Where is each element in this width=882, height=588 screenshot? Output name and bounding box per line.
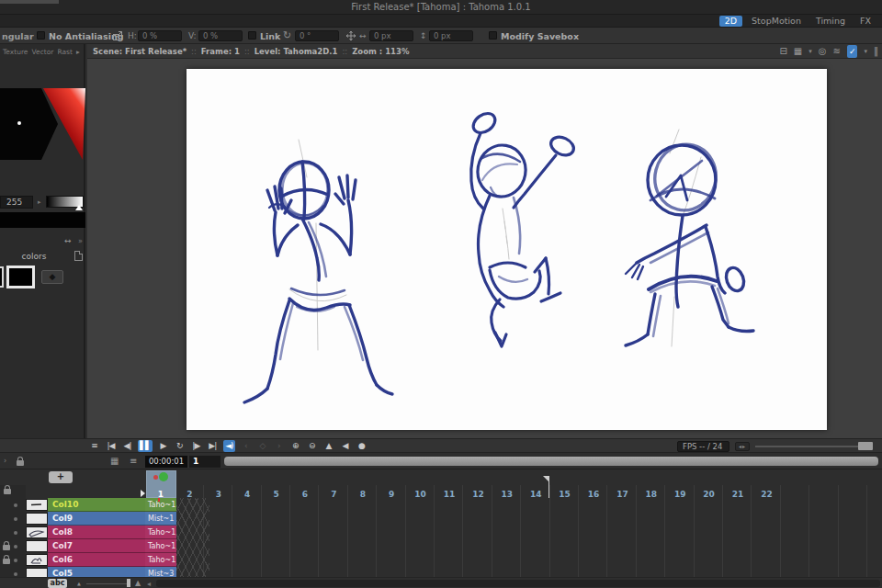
cell-frame1-col10[interactable]: Taho~1 <box>145 498 176 512</box>
layer-config-dot[interactable] <box>14 531 17 535</box>
panel-tab-texture[interactable]: Texture <box>3 48 28 56</box>
modify-savebox-checkbox[interactable] <box>489 31 497 40</box>
playhead-marker-icon[interactable] <box>141 490 145 497</box>
move-ns-field[interactable]: 0 px <box>429 30 473 41</box>
zoom-in-button[interactable]: ⊕ <box>289 440 301 452</box>
set-key-button[interactable]: ◇ <box>256 440 268 452</box>
layer-thumbnail[interactable] <box>26 499 48 511</box>
viewer-title-bar[interactable]: Scene: First Release*::Frame: 1::Level: … <box>87 44 882 59</box>
pause-button[interactable]: ▌▌ <box>138 440 153 452</box>
fps-field[interactable]: FPS -- / 24 <box>677 441 729 452</box>
cell-frame1-col9[interactable]: Mist~1 <box>145 512 176 526</box>
timeline-zoom-track[interactable] <box>86 583 130 584</box>
room-tab-timing[interactable]: Timing <box>810 16 851 27</box>
scroll-left-arrow-icon[interactable]: ◂ <box>147 580 151 588</box>
layer-thumbnail[interactable] <box>26 540 48 552</box>
view-mode-icon[interactable]: ▦ <box>794 45 802 58</box>
menu-icon[interactable]: ≡ <box>130 456 137 466</box>
no-antialiasing-checkbox[interactable] <box>37 31 45 40</box>
layer-row-col6[interactable]: Col6Taho~1 <box>0 553 882 567</box>
layer-name-col7[interactable]: Col7 <box>48 539 145 553</box>
fps-slider-handle[interactable] <box>858 442 873 450</box>
layer-thumbnail[interactable] <box>26 513 48 525</box>
lock-column-icon[interactable] <box>4 489 11 494</box>
rotation-field[interactable]: 0 ° <box>295 30 339 41</box>
first-frame-button[interactable]: |◀ <box>105 440 117 452</box>
chevron-down-icon[interactable]: ▾ <box>864 48 867 55</box>
move-ew-field[interactable]: 0 px <box>369 30 413 41</box>
link-checkbox[interactable] <box>248 31 256 40</box>
expand-arrow-icon[interactable]: › <box>4 457 6 465</box>
layer-thumbnail[interactable] <box>26 554 48 566</box>
room-tab-2d[interactable]: 2D <box>719 16 742 27</box>
layer-config-dot[interactable] <box>14 572 17 576</box>
last-frame-button[interactable]: ▶| <box>207 440 219 452</box>
playback-menu-button[interactable]: ≡ <box>88 440 100 452</box>
layer-name-col6[interactable]: Col6 <box>48 553 145 567</box>
frame-slider[interactable] <box>224 457 878 466</box>
layer-config-dot[interactable] <box>14 503 17 507</box>
scene-end-marker[interactable] <box>548 476 549 498</box>
timeline-zoom-handle[interactable] <box>127 579 130 587</box>
onion-skin-next-icon[interactable] <box>159 472 168 481</box>
layer-row-col7[interactable]: Col7Taho~1 <box>0 539 882 553</box>
cell-name-mode-button[interactable]: abc <box>48 579 67 588</box>
guide-icon[interactable]: ≋ <box>833 45 841 58</box>
panel-tab-vector[interactable]: Vector <box>31 48 53 56</box>
next-frame-button[interactable]: |▶ <box>190 440 202 452</box>
cell-frame1-col6[interactable]: Taho~1 <box>145 553 176 567</box>
xsheet-icon[interactable]: ▦ <box>110 456 119 466</box>
play-button[interactable]: ▶ <box>157 440 169 452</box>
scale-h-field[interactable]: 0 % <box>138 30 182 41</box>
layer-name-col8[interactable]: Col8 <box>48 526 145 539</box>
new-level-button[interactable]: + <box>49 471 73 483</box>
slider-marker-icon[interactable] <box>75 205 83 210</box>
lock-icon[interactable] <box>3 559 10 564</box>
color-wheel[interactable] <box>0 59 85 179</box>
scale-v-field[interactable]: 0 % <box>198 30 243 41</box>
layer-row-col9[interactable]: Col9Mist~1 <box>0 512 882 526</box>
fps-spinner[interactable]: ◂▸ <box>735 442 750 451</box>
unlock-icon[interactable] <box>17 460 24 466</box>
more-icon[interactable]: » <box>78 237 83 245</box>
layer-row-col8[interactable]: Col8Taho~1 <box>0 526 882 539</box>
title-bar[interactable]: First Release* [Tahoma] : Tahoma 1.0.1 <box>0 0 882 15</box>
sound-button[interactable]: ◄) <box>223 440 235 452</box>
freeze-icon[interactable]: ⊟ <box>779 45 786 58</box>
new-style-button[interactable]: ◆ <box>41 270 63 284</box>
zoom-out-mountain-icon[interactable]: ▲ <box>77 581 81 586</box>
chevron-down-icon[interactable]: ▾ <box>26 33 29 40</box>
chevron-down-icon[interactable]: ▾ <box>808 48 812 55</box>
fps-slider-track[interactable] <box>755 446 873 447</box>
style-swatch[interactable] <box>0 266 4 288</box>
pause-icon[interactable]: ‖ <box>874 45 878 58</box>
room-tab-stopmotion[interactable]: StopMotion <box>746 16 807 27</box>
layer-config-dot[interactable] <box>14 545 17 548</box>
layer-name-col10[interactable]: Col10 <box>48 498 145 512</box>
timeline-scrollbar[interactable] <box>156 580 880 587</box>
loop-button[interactable]: ↻ <box>174 440 186 452</box>
layer-config-dot[interactable] <box>14 559 17 562</box>
camera-view-icon[interactable]: ◎ <box>819 45 827 58</box>
next-key-button[interactable]: › <box>273 440 285 452</box>
page-icon[interactable] <box>74 251 83 261</box>
layer-thumbnail[interactable] <box>26 526 48 538</box>
layer-row-col10[interactable]: Col10Taho~1 <box>0 498 882 512</box>
room-tab-fx[interactable]: FX <box>854 16 876 27</box>
layer-name-col9[interactable]: Col9 <box>48 512 145 526</box>
onion-skin-prev-icon[interactable] <box>153 475 158 480</box>
prev-frame-button[interactable]: ◀| <box>121 440 133 452</box>
drawing-canvas[interactable] <box>187 69 827 430</box>
panel-tab-rast[interactable]: Rast <box>57 48 73 56</box>
value-field[interactable]: 255 <box>0 196 33 209</box>
lock-icon[interactable] <box>3 545 10 550</box>
cell-frame1-col7[interactable]: Taho~1 <box>145 539 176 553</box>
zoom-out-button[interactable]: ⊖ <box>306 440 318 452</box>
expand-arrows-icon[interactable]: ↔ <box>64 236 72 245</box>
zoom-in-mountain-icon[interactable]: ▲ <box>135 579 141 587</box>
layer-config-dot[interactable] <box>14 517 17 521</box>
current-frame-field[interactable]: 1 <box>189 456 220 468</box>
flip-horizontal-button[interactable]: ◀ <box>339 440 351 452</box>
prev-key-button[interactable]: ‹ <box>240 440 252 452</box>
reset-view-button[interactable]: ● <box>356 440 368 452</box>
